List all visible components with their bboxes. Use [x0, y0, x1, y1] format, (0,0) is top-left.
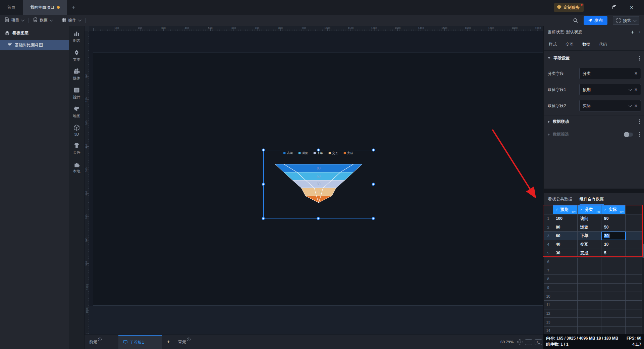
table-cell[interactable]: [578, 258, 601, 266]
table-cell[interactable]: [626, 318, 642, 327]
table-cell[interactable]: 80: [553, 223, 578, 232]
table-cell[interactable]: [601, 258, 626, 266]
column-header-实际[interactable]: ✓实际123: [601, 205, 626, 214]
close-button[interactable]: ✕: [627, 5, 636, 10]
selection-handle[interactable]: [262, 183, 265, 186]
zoom-level[interactable]: 69.79%: [500, 340, 514, 344]
selection-handle[interactable]: [372, 149, 375, 152]
toolbar-menu-1[interactable]: 项目: [0, 15, 28, 26]
dock-item-地图[interactable]: 地图: [73, 105, 80, 118]
tab-数据[interactable]: 数据: [582, 38, 590, 50]
dock-item-文本[interactable]: 文本: [73, 49, 80, 62]
canvas[interactable]: 1002003004005006007008009001000110012001…: [85, 26, 543, 349]
kebab-menu-icon[interactable]: [639, 56, 640, 61]
add-background-icon[interactable]: +: [187, 338, 191, 341]
chevron-down-icon[interactable]: [629, 104, 632, 107]
table-cell[interactable]: [626, 223, 642, 232]
selection-handle[interactable]: [262, 217, 265, 220]
table-cell[interactable]: [626, 292, 642, 301]
table-cell[interactable]: [626, 284, 642, 292]
data-tab-看板公共数据[interactable]: 看板公共数据: [548, 193, 572, 205]
custom-service-badge[interactable]: 定制服务: [554, 3, 584, 12]
foreground-button[interactable]: 前景+: [86, 339, 105, 345]
dock-item-图表[interactable]: 图表: [73, 30, 80, 43]
restore-button[interactable]: [610, 5, 619, 10]
kebab-menu-icon[interactable]: [639, 132, 640, 137]
field-select[interactable]: 实际✕: [579, 100, 641, 111]
sub-board-tab[interactable]: 子看板1: [118, 335, 162, 349]
table-cell[interactable]: [601, 284, 626, 292]
shortcut-keys-icon[interactable]: ⋯: [525, 339, 532, 345]
table-cell[interactable]: 交互: [578, 240, 601, 249]
table-cell[interactable]: [578, 275, 601, 284]
table-cell[interactable]: [601, 318, 626, 327]
toolbar-menu-2[interactable]: 数据: [29, 15, 57, 26]
table-cell[interactable]: 完成: [578, 249, 601, 258]
dock-item-套件[interactable]: 套件: [73, 142, 80, 155]
dock-item-媒体[interactable]: 媒体: [73, 68, 80, 81]
layer-item[interactable]: 基础对比漏斗图: [0, 40, 69, 50]
console-icon[interactable]: >_: [535, 339, 542, 345]
selection-handle[interactable]: [372, 217, 375, 220]
table-cell[interactable]: [626, 275, 642, 284]
editing-cell[interactable]: 30: [601, 232, 626, 240]
titlebar-tab-2[interactable]: 我的空白项目: [23, 0, 67, 15]
table-cell[interactable]: [626, 214, 642, 223]
table-cell[interactable]: 60: [553, 232, 578, 240]
table-cell[interactable]: [553, 284, 578, 292]
new-project-tab-button[interactable]: +: [67, 0, 80, 15]
table-cell[interactable]: 下单: [578, 232, 601, 240]
table-cell[interactable]: [626, 301, 642, 309]
selection-handle[interactable]: [262, 149, 265, 152]
section-数据筛选[interactable]: 数据筛选: [544, 128, 644, 141]
field-select[interactable]: 预期✕: [579, 84, 641, 95]
dock-item-3D[interactable]: 3D: [73, 124, 80, 136]
table-cell[interactable]: [626, 266, 642, 275]
table-cell[interactable]: [578, 309, 601, 318]
data-tab-组件自有数据[interactable]: 组件自有数据: [580, 193, 604, 205]
table-cell[interactable]: [601, 292, 626, 301]
table-cell[interactable]: 30: [553, 249, 578, 258]
section-toggle[interactable]: [624, 133, 633, 137]
chevron-down-icon[interactable]: [629, 88, 632, 91]
table-cell[interactable]: [626, 240, 642, 249]
table-cell[interactable]: [601, 327, 626, 334]
table-cell[interactable]: 浏览: [578, 223, 601, 232]
table-cell[interactable]: [601, 266, 626, 275]
table-cell[interactable]: [553, 258, 578, 266]
table-cell[interactable]: 5: [601, 249, 626, 258]
table-cell[interactable]: [578, 266, 601, 275]
clear-field-icon[interactable]: ✕: [634, 103, 638, 108]
selection-handle[interactable]: [317, 149, 320, 152]
table-cell[interactable]: [626, 258, 642, 266]
publish-button[interactable]: 发布: [584, 16, 607, 25]
add-foreground-icon[interactable]: +: [98, 338, 102, 341]
table-cell[interactable]: [601, 301, 626, 309]
minimize-button[interactable]: —: [592, 5, 601, 10]
table-cell[interactable]: [578, 327, 601, 334]
column-header-分类[interactable]: ✓分类Str: [578, 205, 601, 214]
table-cell[interactable]: [626, 309, 642, 318]
table-cell[interactable]: [578, 292, 601, 301]
table-cell[interactable]: 100: [553, 214, 578, 223]
kebab-menu-icon[interactable]: [639, 119, 640, 124]
tab-代码[interactable]: 代码: [599, 38, 607, 50]
titlebar-tab-1[interactable]: 首页: [0, 0, 23, 15]
selection-handle[interactable]: [317, 217, 320, 220]
background-button[interactable]: 背景+: [175, 339, 194, 345]
dock-item-本地[interactable]: 本地: [73, 161, 80, 174]
table-cell[interactable]: [578, 301, 601, 309]
dock-item-控件[interactable]: 控件: [73, 87, 80, 100]
expand-states-icon[interactable]: ›: [639, 30, 640, 35]
table-cell[interactable]: [553, 327, 578, 334]
section-数据联动[interactable]: 数据联动: [544, 115, 644, 128]
search-icon[interactable]: [573, 18, 578, 23]
table-cell[interactable]: [578, 284, 601, 292]
column-header-预期[interactable]: ✓预期123: [553, 205, 578, 214]
add-state-button[interactable]: +: [631, 29, 634, 36]
table-scrollbar[interactable]: [642, 205, 644, 334]
table-cell[interactable]: [553, 275, 578, 284]
tab-交互[interactable]: 交互: [566, 38, 574, 50]
clear-field-icon[interactable]: ✕: [634, 71, 638, 76]
preview-button[interactable]: 预览: [613, 16, 639, 25]
